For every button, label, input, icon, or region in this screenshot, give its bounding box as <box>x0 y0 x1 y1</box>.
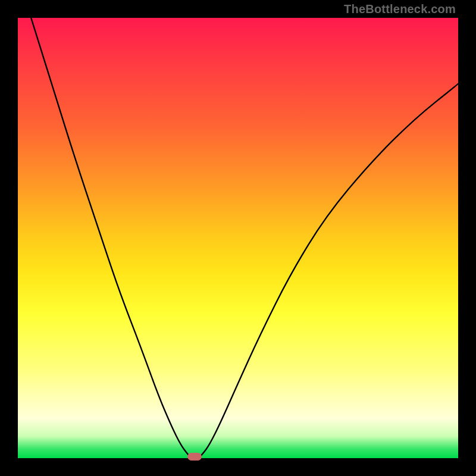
watermark-text: TheBottleneck.com <box>344 2 456 16</box>
chart-frame: TheBottleneck.com <box>0 0 476 476</box>
primary-marker <box>187 453 202 461</box>
curve-path <box>31 18 458 458</box>
bottleneck-curve <box>18 18 458 458</box>
